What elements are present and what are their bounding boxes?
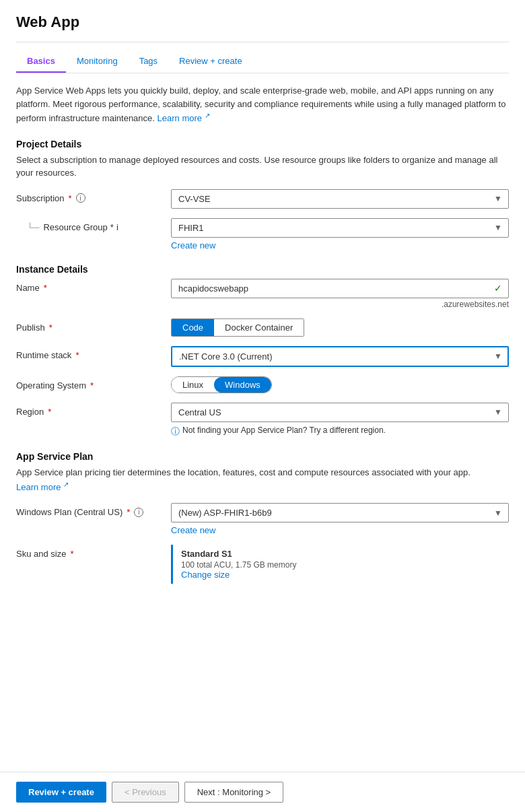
region-control: Central US ▼ ⓘ Not finding your App Serv… xyxy=(171,403,509,438)
sku-description: 100 total ACU, 1.75 GB memory xyxy=(181,560,501,570)
runtime-required: * xyxy=(75,350,79,360)
publish-label: Publish * xyxy=(16,318,171,333)
windows-plan-row: Windows Plan (Central US) * i (New) ASP-… xyxy=(16,503,509,535)
app-description: App Service Web Apps lets you quickly bu… xyxy=(16,84,509,125)
os-row: Operating System * Linux Windows xyxy=(16,376,509,393)
sku-name: Standard S1 xyxy=(181,549,501,559)
windows-plan-control: (New) ASP-FHIR1-b6b9 ▼ Create new xyxy=(171,503,509,535)
windows-plan-label: Windows Plan (Central US) * i xyxy=(16,503,171,517)
resource-group-control: FHIR1 ▼ Create new xyxy=(171,218,509,250)
windows-plan-info-icon[interactable]: i xyxy=(134,508,143,517)
resource-group-label-col: └─ Resource Group * i xyxy=(27,218,171,232)
os-toggle-group: Linux Windows xyxy=(171,376,272,393)
runtime-stack-label: Runtime stack * xyxy=(16,346,171,360)
subscription-select[interactable]: CV-VSE xyxy=(171,189,509,209)
sku-required: * xyxy=(70,549,73,559)
region-row: Region * Central US ▼ ⓘ Not finding your… xyxy=(16,403,509,438)
sku-box: Standard S1 100 total ACU, 1.75 GB memor… xyxy=(171,545,509,584)
instance-details-title: Instance Details xyxy=(16,264,509,275)
os-control: Linux Windows xyxy=(171,376,509,393)
publish-row: Publish * Code Docker Container xyxy=(16,318,509,337)
indent-line: └─ xyxy=(27,222,39,232)
region-select-wrapper: Central US ▼ xyxy=(171,403,509,422)
windows-plan-required: * xyxy=(127,507,130,517)
resource-group-create-new-link[interactable]: Create new xyxy=(171,240,509,250)
region-label: Region * xyxy=(16,403,171,417)
project-details-title: Project Details xyxy=(16,139,509,149)
region-hint: ⓘ Not finding your App Service Plan? Try… xyxy=(171,426,509,438)
resource-group-required: * xyxy=(110,222,114,232)
project-details-description: Select a subscription to manage deployed… xyxy=(16,154,509,180)
tab-review-create[interactable]: Review + create xyxy=(168,50,253,73)
os-linux-button[interactable]: Linux xyxy=(172,377,214,393)
publish-required: * xyxy=(49,323,53,333)
runtime-select-wrapper: .NET Core 3.0 (Current) ▼ xyxy=(171,346,509,367)
name-check-icon: ✓ xyxy=(494,283,502,294)
name-required: * xyxy=(44,283,47,293)
windows-plan-select[interactable]: (New) ASP-FHIR1-b6b9 xyxy=(171,503,509,522)
resource-group-info-icon[interactable]: i xyxy=(116,222,118,232)
name-input-wrapper: ✓ xyxy=(171,279,509,298)
os-required: * xyxy=(90,380,94,391)
subscription-label: Subscription * i xyxy=(16,189,171,203)
learn-more-link[interactable]: Learn more ↗ xyxy=(158,113,210,123)
sku-control: Standard S1 100 total ACU, 1.75 GB memor… xyxy=(171,545,509,584)
publish-toggle-group: Code Docker Container xyxy=(171,318,304,337)
subscription-row: Subscription * i CV-VSE ▼ xyxy=(16,189,509,209)
name-subdomain-hint: .azurewebsites.net xyxy=(171,300,509,309)
publish-code-button[interactable]: Code xyxy=(172,319,214,336)
app-service-external-link-icon: ↗ xyxy=(63,480,69,487)
name-label: Name * xyxy=(16,279,171,293)
tab-monitoring[interactable]: Monitoring xyxy=(66,50,129,73)
name-control: ✓ .azurewebsites.net xyxy=(171,279,509,309)
page-title: Web App xyxy=(16,13,509,31)
runtime-stack-row: Runtime stack * .NET Core 3.0 (Current) … xyxy=(16,346,509,367)
app-service-plan-description: App Service plan pricing tier determines… xyxy=(16,466,509,494)
title-divider xyxy=(16,42,509,42)
resource-group-select-wrapper: FHIR1 ▼ xyxy=(171,218,509,238)
sku-row: Sku and size * Standard S1 100 total ACU… xyxy=(16,545,509,584)
previous-button[interactable]: < Previous xyxy=(112,782,179,803)
app-service-plan-title: App Service Plan xyxy=(16,451,509,462)
sku-label: Sku and size * xyxy=(16,545,171,559)
runtime-stack-control: .NET Core 3.0 (Current) ▼ xyxy=(171,346,509,367)
region-select[interactable]: Central US xyxy=(171,403,509,422)
next-button[interactable]: Next : Monitoring > xyxy=(184,782,283,803)
os-label: Operating System * xyxy=(16,376,171,391)
os-windows-button[interactable]: Windows xyxy=(214,377,271,393)
subscription-info-icon[interactable]: i xyxy=(76,193,85,203)
sku-change-size-link[interactable]: Change size xyxy=(181,570,230,580)
publish-control: Code Docker Container xyxy=(171,318,509,337)
name-input[interactable] xyxy=(171,279,509,298)
resource-group-select[interactable]: FHIR1 xyxy=(171,218,509,238)
subscription-control: CV-VSE ▼ xyxy=(171,189,509,209)
region-info-circle-icon: ⓘ xyxy=(171,426,180,438)
publish-docker-button[interactable]: Docker Container xyxy=(214,319,304,336)
subscription-select-wrapper: CV-VSE ▼ xyxy=(171,189,509,209)
tab-tags[interactable]: Tags xyxy=(129,50,168,73)
review-create-button[interactable]: Review + create xyxy=(16,782,106,803)
windows-plan-select-wrapper: (New) ASP-FHIR1-b6b9 ▼ xyxy=(171,503,509,522)
tab-basics[interactable]: Basics xyxy=(16,50,66,73)
external-link-icon: ↗ xyxy=(205,112,210,119)
region-required: * xyxy=(48,407,51,417)
name-row: Name * ✓ .azurewebsites.net xyxy=(16,279,509,309)
bottom-bar: Review + create < Previous Next : Monito… xyxy=(0,772,525,812)
runtime-stack-select[interactable]: .NET Core 3.0 (Current) xyxy=(171,346,509,367)
resource-group-row: └─ Resource Group * i FHIR1 ▼ Create new xyxy=(16,218,509,250)
tab-bar: Basics Monitoring Tags Review + create xyxy=(16,50,509,73)
subscription-required: * xyxy=(69,193,72,203)
app-service-learn-more-link[interactable]: Learn more ↗ xyxy=(16,482,69,492)
windows-plan-create-new-link[interactable]: Create new xyxy=(171,525,509,535)
